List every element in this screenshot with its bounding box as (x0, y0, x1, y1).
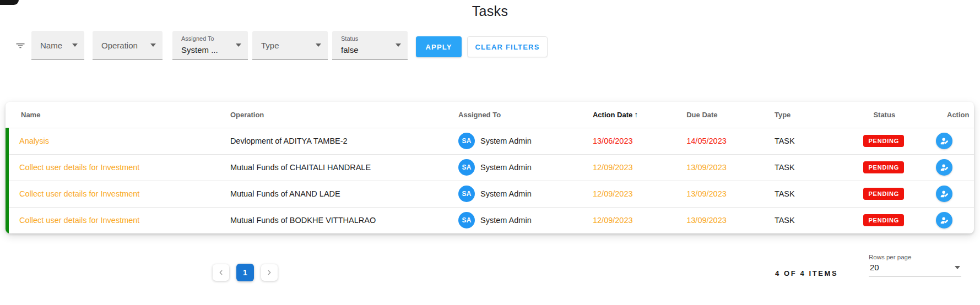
task-action-cell (930, 128, 974, 154)
apply-button[interactable]: APPLY (416, 36, 462, 57)
task-name-link[interactable]: Collect user details for Investment (7, 154, 225, 181)
task-type: TASK (769, 181, 858, 207)
avatar: SA (458, 212, 475, 228)
reassign-task-button[interactable] (936, 186, 952, 202)
task-name-link[interactable]: Analysis (7, 128, 225, 154)
previous-page-button[interactable] (213, 264, 229, 281)
assignee-name: System Admin (480, 216, 532, 225)
filter-name-label: Name (40, 41, 62, 50)
task-name-link[interactable]: Collect user details for Investment (7, 181, 225, 207)
reassign-task-button[interactable] (936, 159, 952, 176)
avatar: SA (458, 133, 475, 149)
avatar: SA (458, 159, 475, 176)
filter-status-dropdown[interactable]: Status false (332, 31, 408, 60)
assignee-name: System Admin (480, 189, 532, 198)
next-page-button[interactable] (261, 264, 278, 281)
column-header-action-date[interactable]: Action Date↑ (587, 102, 681, 128)
task-due-date: 14/05/2023 (681, 128, 769, 154)
task-name-link[interactable]: Collect user details for Investment (7, 207, 225, 233)
rows-per-page-select[interactable]: 20 (869, 260, 961, 276)
task-status-cell: PENDING (858, 128, 930, 154)
chevron-down-icon (150, 43, 156, 47)
page-number-button[interactable]: 1 (236, 264, 254, 281)
task-type: TASK (769, 154, 858, 181)
task-due-date: 13/09/2023 (681, 154, 769, 181)
column-header-action: Action (930, 102, 974, 128)
filter-assigned-to-value: System ... (181, 45, 218, 55)
task-due-date: 13/09/2023 (681, 207, 769, 233)
table-row: Analysis Devlopment of ADITYA TAMBE-2 SA… (7, 128, 974, 154)
task-operation: Devlopment of ADITYA TAMBE-2 (225, 128, 453, 154)
task-action-date: 13/06/2023 (587, 128, 681, 154)
table-row: Collect user details for Investment Mutu… (7, 181, 974, 207)
task-assigned-cell: SA System Admin (453, 128, 587, 154)
column-header-due-date[interactable]: Due Date (681, 102, 769, 128)
task-operation: Mutual Funds of BODKHE VITTHALRAO (225, 207, 453, 233)
task-status-cell: PENDING (858, 181, 930, 207)
task-status-cell: PENDING (858, 154, 930, 181)
task-type: TASK (769, 128, 858, 154)
filter-status-label: Status (341, 35, 358, 42)
sort-ascending-icon: ↑ (634, 110, 638, 119)
tasks-table: Name Operation Assigned To Action Date↑ … (6, 102, 974, 233)
page-title: Tasks (0, 3, 980, 19)
task-action-date: 12/09/2023 (587, 207, 681, 233)
task-due-date: 13/09/2023 (681, 181, 769, 207)
filter-assigned-to-dropdown[interactable]: Assigned To System ... (172, 31, 248, 60)
task-action-cell (930, 181, 974, 207)
filter-status-value: false (341, 45, 359, 55)
task-assigned-cell: SA System Admin (453, 207, 587, 233)
task-action-cell (930, 154, 974, 181)
column-header-assigned-to[interactable]: Assigned To (453, 102, 587, 128)
tasks-page: Tasks Name Operation Assigned To System … (0, 0, 980, 305)
pagination: 1 (213, 264, 278, 281)
column-header-action-date-label: Action Date (593, 111, 632, 119)
column-header-status[interactable]: Status (858, 102, 930, 128)
table-row: Collect user details for Investment Mutu… (7, 154, 974, 181)
reassign-task-button[interactable] (936, 212, 952, 228)
rows-per-page-value: 20 (870, 263, 879, 272)
task-assigned-cell: SA System Admin (453, 154, 587, 181)
filter-bar: Name Operation Assigned To System ... Ty… (0, 31, 548, 60)
filter-assigned-to-label: Assigned To (181, 35, 214, 42)
filter-type-label: Type (261, 41, 279, 50)
column-header-type[interactable]: Type (769, 102, 858, 128)
rows-per-page-label: Rows per page (869, 254, 961, 260)
items-count: 4 OF 4 ITEMS (775, 269, 838, 277)
filter-name-dropdown[interactable]: Name (31, 31, 84, 60)
chevron-down-icon (236, 43, 241, 47)
task-action-cell (930, 207, 974, 233)
rows-per-page: Rows per page 20 (869, 254, 961, 276)
clear-filters-button[interactable]: CLEAR FILTERS (467, 36, 548, 57)
chevron-down-icon (396, 43, 401, 47)
table-header-row: Name Operation Assigned To Action Date↑ … (7, 102, 974, 128)
status-badge: PENDING (863, 161, 904, 173)
avatar: SA (458, 186, 475, 202)
task-action-date: 12/09/2023 (587, 154, 681, 181)
filter-operation-label: Operation (101, 41, 138, 50)
status-badge: PENDING (863, 135, 904, 147)
column-header-operation[interactable]: Operation (225, 102, 453, 128)
column-header-name[interactable]: Name (7, 102, 225, 128)
task-operation: Mutual Funds of CHAITALI HANDRALE (225, 154, 453, 181)
chevron-down-icon (316, 43, 321, 47)
task-status-cell: PENDING (858, 207, 930, 233)
task-action-date: 12/09/2023 (587, 181, 681, 207)
assignee-name: System Admin (480, 137, 532, 145)
reassign-task-button[interactable] (936, 133, 952, 149)
filter-type-dropdown[interactable]: Type (252, 31, 328, 60)
assignee-name: System Admin (480, 163, 532, 172)
task-assigned-cell: SA System Admin (453, 181, 587, 207)
status-badge: PENDING (863, 188, 904, 200)
task-operation: Mutual Funds of ANAND LADE (225, 181, 453, 207)
chevron-down-icon (72, 43, 78, 47)
status-badge: PENDING (863, 214, 904, 226)
tasks-table-card: Name Operation Assigned To Action Date↑ … (6, 102, 974, 233)
task-type: TASK (769, 207, 858, 233)
filter-operation-dropdown[interactable]: Operation (93, 31, 163, 60)
chevron-down-icon (955, 266, 960, 269)
table-row: Collect user details for Investment Mutu… (7, 207, 974, 233)
filter-list-icon[interactable] (14, 39, 27, 52)
